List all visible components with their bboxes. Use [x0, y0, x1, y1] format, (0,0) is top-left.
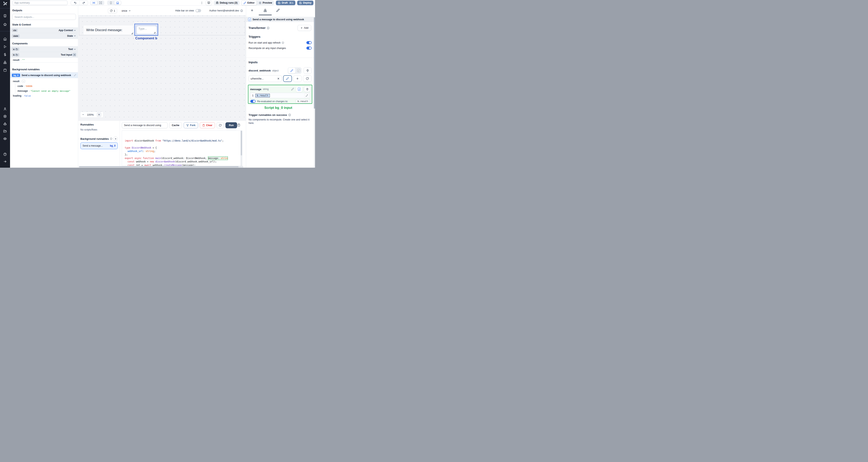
runnables-title: Runnables: [81, 123, 118, 126]
b-result-row: result: "": [10, 58, 78, 63]
resize-grip[interactable]: [154, 32, 155, 33]
chevron-down-icon[interactable]: [73, 35, 76, 37]
collapse-toggle[interactable]: -: [22, 80, 25, 83]
app-summary-input[interactable]: [12, 1, 67, 5]
settings-gear-icon[interactable]: [3, 114, 7, 118]
edit-pencil-icon[interactable]: [74, 74, 76, 76]
connect-plug-button[interactable]: [304, 67, 312, 74]
right-panel-scrollbar[interactable]: [314, 17, 315, 168]
debug-runs-button[interactable]: Debug runs (3): [214, 1, 240, 5]
resource-picker-input[interactable]: u/henri/te...: [249, 75, 282, 82]
deploy-button[interactable]: Deploy: [297, 1, 313, 5]
output-row-state[interactable]: state State: [10, 33, 78, 39]
eval-mode-function-button[interactable]: f: [296, 68, 301, 73]
tab-insert-plus-icon[interactable]: [250, 9, 254, 12]
refresh-mode-dropdown[interactable]: once: [122, 8, 131, 13]
run-button[interactable]: Run: [225, 122, 237, 128]
cache-button[interactable]: Cache: [169, 122, 182, 128]
editor-vertical-scrollbar[interactable]: [241, 131, 242, 166]
output-row-component-b[interactable]: b Text Input: [10, 52, 78, 58]
clear-x-icon[interactable]: [277, 77, 280, 80]
docs-book-button[interactable]: [206, 1, 212, 5]
draft-button[interactable]: Draft⌘S: [276, 1, 296, 5]
help-icon[interactable]: [3, 153, 7, 156]
copy-code-icon[interactable]: [237, 124, 240, 127]
clear-button[interactable]: Clear: [200, 122, 215, 128]
centered-layout-button[interactable]: [90, 1, 97, 5]
right-panel-body: Transformer Add Triggers Run on start an…: [246, 22, 314, 168]
schedules-calendar-icon[interactable]: [3, 68, 7, 72]
audit-eye-icon[interactable]: [3, 137, 7, 140]
mobile-view-button[interactable]: [107, 1, 114, 5]
pencil-icon: [244, 2, 246, 4]
eval-mode-function-button[interactable]: f: [296, 86, 302, 92]
folders-icon[interactable]: [3, 130, 7, 133]
expression-editor[interactable]: 1 b.result: [250, 93, 310, 98]
app-canvas[interactable]: Write Discord message: Type... Component…: [79, 15, 246, 121]
search-outputs-input[interactable]: [12, 14, 76, 20]
reeval-toggle[interactable]: [250, 100, 255, 103]
refresh-count-button[interactable]: 1: [108, 8, 117, 13]
script-input-caption: Script bg_0 input: [246, 106, 310, 110]
text-component-a[interactable]: Write Discord message:: [84, 26, 133, 35]
preview-tab[interactable]: Preview: [257, 0, 274, 5]
user-icon[interactable]: [3, 107, 7, 111]
zoom-in-button[interactable]: +: [97, 112, 101, 117]
info-icon[interactable]: [288, 113, 291, 116]
connect-plug-button[interactable]: [304, 86, 311, 92]
workers-bot-icon[interactable]: [3, 122, 7, 126]
editor-tab[interactable]: Editor: [241, 0, 257, 5]
info-icon[interactable]: [240, 9, 243, 12]
add-background-runnable-button[interactable]: [113, 136, 118, 141]
workspace-building-icon[interactable]: [3, 14, 7, 18]
output-row-component-a[interactable]: a Text: [10, 46, 78, 52]
tab-settings-components-icon[interactable]: [264, 9, 267, 12]
info-icon[interactable]: [110, 137, 112, 140]
redo-button[interactable]: [80, 1, 88, 5]
selected-component-b[interactable]: Type...: [134, 24, 158, 36]
tab-style-brush-icon[interactable]: [276, 9, 280, 12]
more-menu-icon[interactable]: [200, 1, 204, 4]
add-transformer-button[interactable]: Add: [298, 25, 311, 31]
zoom-out-button[interactable]: −: [82, 113, 84, 116]
script-name-input[interactable]: [122, 122, 167, 128]
message-row: message: "Cannot send an empty message": [17, 89, 78, 93]
reload-script-button[interactable]: [217, 122, 224, 128]
state-badge: state: [12, 34, 20, 38]
bottom-horizontal-scrollbar[interactable]: [79, 166, 243, 167]
info-icon[interactable]: [282, 41, 284, 44]
info-icon[interactable]: [267, 27, 270, 29]
output-row-ctx[interactable]: ctx App Context: [10, 28, 78, 33]
variables-dollar-icon[interactable]: [3, 53, 7, 56]
hide-bar-toggle[interactable]: [195, 9, 201, 12]
edit-resource-button[interactable]: [283, 75, 292, 82]
expression-value[interactable]: b.result: [255, 94, 270, 97]
runs-play-icon[interactable]: [3, 45, 7, 48]
script-toolbar: Cache Fork Clear Run: [122, 122, 246, 128]
collapse-arrow-icon[interactable]: [3, 160, 7, 163]
function-icon: f: [248, 18, 251, 21]
code-editor[interactable]: import discordwebhook from "https://deno…: [122, 131, 242, 166]
favorites-star-icon[interactable]: [3, 23, 7, 26]
windmill-logo-icon[interactable]: [3, 1, 7, 6]
text-input-component[interactable]: Type...: [136, 26, 157, 34]
add-resource-button[interactable]: [293, 75, 302, 82]
fork-button[interactable]: Fork: [184, 122, 198, 128]
bg0-runnable-row[interactable]: bg_0 Send a message to discord using web…: [10, 72, 78, 78]
run-on-start-toggle[interactable]: [306, 41, 312, 44]
chevron-down-icon[interactable]: [73, 29, 76, 32]
resources-boxes-icon[interactable]: [3, 61, 7, 64]
chevron-down-icon[interactable]: [73, 48, 76, 51]
home-icon[interactable]: [3, 37, 7, 41]
recompute-toggle[interactable]: [306, 46, 312, 50]
undo-button[interactable]: [71, 1, 80, 5]
static-mode-pencil-button[interactable]: [289, 86, 296, 92]
static-mode-pencil-button[interactable]: [288, 68, 296, 73]
expand-editor-icon[interactable]: [304, 93, 309, 98]
fullwidth-layout-button[interactable]: [97, 1, 104, 5]
resize-grip[interactable]: [131, 33, 133, 34]
desktop-view-button[interactable]: [114, 1, 121, 5]
runnable-item-bg0[interactable]: Send a message... bg_0: [81, 142, 118, 149]
chevron-up-icon[interactable]: [73, 53, 76, 57]
refresh-resource-button[interactable]: [303, 75, 312, 82]
